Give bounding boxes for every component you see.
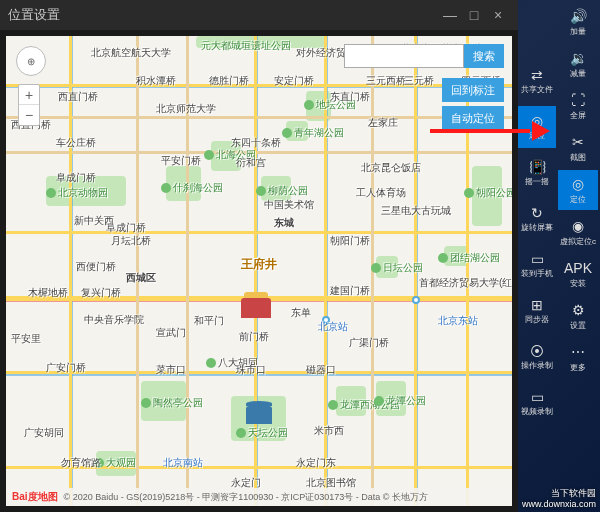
label: 永定门东 [296,456,336,470]
label-wangfujing: 王府井 [241,256,277,273]
label: 西便门桥 [76,260,116,274]
sec-toolbar-sync[interactable]: ⊞同步器 [518,290,556,332]
label: 中央音乐学院 [84,313,144,327]
sec-toolbar-label: 装到手机 [521,268,553,279]
toolbar-volume-up[interactable]: 🔊加量 [558,2,598,42]
toolbar-locate[interactable]: ◎定位 [558,170,598,210]
map-action-buttons: 回到标注 自动定位 [442,78,504,130]
label: 东四十条桥 [231,136,281,150]
label: 天坛公园 [236,426,288,440]
label: 龙潭公园 [374,394,426,408]
label: 宣武门 [156,326,186,340]
location-settings-window: 位置设置 — □ × [0,0,518,512]
sec-toolbar-label: 操作录制 [521,360,553,371]
toolbar-install[interactable]: APK安装 [558,254,598,294]
sec-toolbar-label: 旋转屏幕 [521,222,553,233]
record-video-icon: ▭ [531,389,544,405]
label: 工人体育场 [356,186,406,200]
label: 安定门桥 [274,74,314,88]
zoom-out-button[interactable]: − [19,105,39,125]
virtual-locate-icon: ◉ [570,218,586,234]
toolbar-more[interactable]: ⋯更多 [558,338,598,378]
label-dongcheng: 东城 [274,216,294,230]
label: 平安里 [11,332,41,346]
label: 建国门桥 [330,284,370,298]
label: 平安门桥 [161,154,201,168]
label: 日坛公园 [371,261,423,275]
label: 左家庄 [368,116,398,130]
label: 广安胡同 [24,426,64,440]
sec-toolbar-shake[interactable]: 📳摇一摇 [518,152,556,194]
window-title: 位置设置 [8,6,438,24]
label: 北京师范大学 [156,102,216,116]
toolbar-settings[interactable]: ⚙设置 [558,296,598,336]
label: 北京站 [318,320,348,334]
compass-control[interactable]: ⊕ [16,46,46,76]
fullscreen-icon: ⛶ [570,92,586,108]
label: 前门桥 [239,330,269,344]
record-op-icon: ⦿ [530,343,544,359]
label: 柳荫公园 [256,184,308,198]
label: 陶然亭公园 [141,396,203,410]
road [69,36,72,506]
map-attribution: Bai度地图 © 2020 Baidu - GS(2019)5218号 - 甲测… [6,488,512,506]
station-icon [412,296,420,304]
temple-of-heaven-icon [246,406,272,424]
sec-toolbar-locate2[interactable]: ◎定位 [518,106,556,148]
label: 朝阳门桥 [330,234,370,248]
maximize-button[interactable]: □ [462,3,486,27]
locate-icon: ◎ [570,176,586,192]
minimize-button[interactable]: — [438,3,462,27]
search-button[interactable]: 搜索 [464,44,504,68]
sec-toolbar-record-op[interactable]: ⦿操作录制 [518,336,556,378]
label: 团结湖公园 [438,251,500,265]
label: 西直门桥 [58,90,98,104]
install-phone-icon: ▭ [531,251,544,267]
label: 什刹海公园 [161,181,223,195]
toolbar-virtual-locate[interactable]: ◉虚拟定位c [558,212,598,252]
label: 北京昆仑饭店 [361,161,421,175]
toolbar-label: 截图 [570,152,586,163]
titlebar[interactable]: 位置设置 — □ × [0,0,518,30]
search-input[interactable] [344,44,464,68]
road [6,151,512,154]
label: 北京东站 [438,314,478,328]
toolbar-fullscreen[interactable]: ⛶全屏 [558,86,598,126]
shake-icon: 📳 [529,159,546,175]
map-canvas[interactable]: 王府井 西城区 东城 北京航空航天大学 北京师范大学 对外经济贸易大学 北京中医… [6,36,512,506]
label: 德胜门桥 [209,74,249,88]
label: 三星电大古玩城 [381,204,451,218]
zoom-control: + − [18,84,40,126]
label: 朝阳公园 [464,186,512,200]
road [6,84,512,87]
sec-toolbar-label: 视频录制 [521,406,553,417]
volume-up-icon: 🔊 [570,8,586,24]
toolbar-label: 虚拟定位c [560,236,596,247]
label-xicheng: 西城区 [126,271,156,285]
toolbar-label: 设置 [570,320,586,331]
sec-toolbar-record-video[interactable]: ▭视频录制 [518,382,556,424]
sec-toolbar-install-phone[interactable]: ▭装到手机 [518,244,556,286]
auto-locate-button[interactable]: 自动定位 [442,106,504,130]
baidu-logo: Bai度地图 [12,490,58,504]
sec-toolbar-share-file[interactable]: ⇄共享文件 [518,60,556,102]
toolbar-screenshot[interactable]: ✂截图 [558,128,598,168]
back-to-mark-button[interactable]: 回到标注 [442,78,504,102]
label: 广安门桥 [46,361,86,375]
label: 首都经济贸易大学(红庙校区) [419,276,512,290]
label: 米市西 [314,424,344,438]
share-file-icon: ⇄ [531,67,543,83]
toolbar-label: 加量 [570,26,586,37]
label: 北京南站 [163,456,203,470]
label: 木樨地桥 [28,286,68,300]
toolbar-volume-down[interactable]: 🔉减量 [558,44,598,84]
label: 月坛北桥 [111,234,151,248]
sec-toolbar-label: 定位 [529,130,545,141]
zoom-in-button[interactable]: + [19,85,39,105]
label: 磁器口 [306,363,336,377]
label: 北京动物园 [46,186,108,200]
sync-icon: ⊞ [531,297,543,313]
close-button[interactable]: × [486,3,510,27]
settings-icon: ⚙ [570,302,586,318]
sec-toolbar-rotate[interactable]: ↻旋转屏幕 [518,198,556,240]
